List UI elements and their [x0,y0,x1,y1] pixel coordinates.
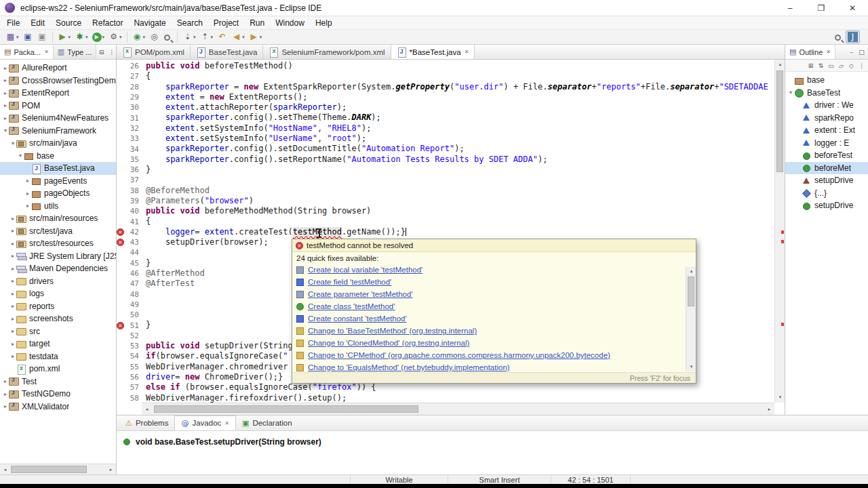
tree-item-src-main-java[interactable]: ▾src/main/java [0,137,116,150]
save-all-icon[interactable]: ▣ [36,30,49,43]
tree-item-test[interactable]: ▸Test [0,375,116,388]
code-line-39[interactable]: @Parameters("browser") [146,196,774,206]
dropdown-arrow-icon[interactable]: ▾ [68,35,71,40]
code-line-57[interactable]: else if (browser.equalsIgnoreCase("firef… [146,382,774,392]
tree-item-testdata[interactable]: ▸testdata [0,350,116,363]
tree-item-xmlvalidator[interactable]: ▸XMLValidator [0,401,116,413]
editor-hscrollbar[interactable]: ◂ ▸ [142,403,774,415]
quick-access-search-icon[interactable] [833,30,844,43]
code-line-26[interactable]: public void beforeTestMethod() [146,61,774,71]
minimize-panel-icon[interactable]: – [846,49,856,56]
minimize-window-button[interactable]: – [774,0,806,16]
expand-arrow-icon[interactable]: ▸ [2,77,9,83]
editor-tab-basetest-java[interactable]: BaseTest.java [191,45,264,59]
dropdown-arrow-icon[interactable]: ▾ [85,35,88,40]
error-overview-mark[interactable] [781,323,784,326]
dropdown-arrow-icon[interactable]: ▾ [260,35,262,40]
scrollbar-thumb[interactable] [11,466,87,473]
tab-type[interactable]: ▥Type ... [54,45,96,59]
tab-problems[interactable]: ⚠Problems [119,415,174,430]
new-wizard-icon[interactable]: ▦▾ [4,30,20,43]
tree-item-testngdemo[interactable]: ▸TestNGDemo [0,388,116,401]
tree-item-basetest[interactable]: ▾BaseTest [785,87,868,100]
editor-vscrollbar[interactable]: ▴ ▾ [774,60,785,403]
expand-arrow-icon[interactable]: ▸ [9,341,16,347]
menu-help[interactable]: Help [310,16,338,29]
expand-arrow-icon[interactable]: ▸ [9,266,16,272]
menu-run[interactable]: Run [244,16,270,29]
maximize-panel-icon[interactable]: □ [856,49,867,56]
scroll-down-button[interactable]: ▾ [686,362,696,371]
collapse-arrow-icon[interactable]: ▾ [787,89,794,96]
menu-file[interactable]: File [1,16,25,29]
expand-arrow-icon[interactable]: ▸ [9,216,16,222]
expand-arrow-icon[interactable]: ▸ [2,65,9,71]
tree-item-base[interactable]: base [785,74,868,87]
run-icon[interactable]: ▶▾ [91,30,106,43]
tree-item-selenium4newfeatures[interactable]: ▸Selenium4NewFeatures [0,112,116,125]
tree-item-jre-system-library-j2se[interactable]: ▸JRE System Library [J2SE [0,250,116,263]
scroll-down-button[interactable]: ▾ [775,392,785,402]
tree-item-crossbrowsertestingdemo[interactable]: ▸CrossBrowserTestingDemo [0,75,116,87]
expand-arrow-icon[interactable]: ▸ [2,115,9,121]
hide-fields-icon[interactable]: ▭ [826,62,836,69]
tree-item-pom[interactable]: ▸POM [0,100,116,113]
scroll-up-button[interactable]: ▴ [775,60,785,69]
collapse-all-icon[interactable]: ⊟ [96,49,106,56]
tree-item-src-test-resources[interactable]: ▸src/test/resources [0,237,116,250]
tree-item-src-main-resources[interactable]: ▸src/main/resources [0,212,116,225]
expand-arrow-icon[interactable]: ▸ [2,378,9,384]
expand-arrow-icon[interactable]: ▸ [2,391,9,397]
tree-item-screenshots[interactable]: ▸screenshots [0,312,116,325]
collapse-arrow-icon[interactable]: ▾ [9,140,16,146]
tree-item-extent-ext[interactable]: extent : Ext [785,124,868,137]
editor-tab-pom-pom-xml[interactable]: POM/pom.xml [117,45,191,59]
error-marker-icon[interactable]: ✕ [117,239,124,246]
expand-arrow-icon[interactable]: ▸ [9,303,16,309]
dropdown-arrow-icon[interactable]: ▾ [193,35,196,40]
expand-arrow-icon[interactable]: ▸ [9,278,16,284]
coverage-icon[interactable]: ▶▾ [56,30,73,43]
code-line-30[interactable]: extent.attachReporter(sparkReporter); [146,102,774,113]
scrollbar-thumb[interactable] [688,277,694,306]
tree-item-logs[interactable]: ▸logs [0,287,116,300]
menu-navigate[interactable]: Navigate [128,16,171,29]
tree-item-item[interactable]: {...} [785,187,868,200]
code-line-42[interactable]: logger= extent.createTest(testMethod.get… [146,227,774,237]
save-icon[interactable]: ▣ [22,30,35,43]
open-type-icon[interactable]: ◎ [148,30,161,43]
tab-javadoc[interactable]: @Javadoc✕ [174,415,236,430]
menu-search[interactable]: Search [172,16,208,29]
tree-item-beforetest[interactable]: beforeTest [785,149,868,162]
expand-arrow-icon[interactable]: ▸ [24,190,31,197]
package-explorer-hscrollbar[interactable]: ◂ ▸ [0,464,116,474]
code-line-58[interactable]: WebDriverManager.firefoxdriver().setup()… [146,393,774,403]
tree-item-setupdrive[interactable]: setupDrive [785,199,868,212]
quickfix-item-change-to-basetestmethod-org-testng-internal[interactable]: Change to 'BaseTestMethod' (org.testng.i… [296,325,696,337]
error-marker-icon[interactable]: ✕ [117,228,124,236]
scrollbar-thumb[interactable] [776,70,783,172]
tree-item-src[interactable]: ▸src [0,325,116,338]
dropdown-arrow-icon[interactable]: ▾ [102,35,105,40]
tree-item-pageevents[interactable]: ▸pageEvents [0,175,116,188]
code-line-31[interactable]: sparkReporter.config().setTheme(Theme.DA… [146,113,774,123]
tree-item-drivers[interactable]: ▸drivers [0,275,116,288]
menu-project[interactable]: Project [208,16,244,29]
tree-item-seleniumframework[interactable]: ▾SeleniumFramework [0,125,116,138]
menu-refactor[interactable]: Refactor [87,16,128,29]
tree-item-base[interactable]: ▾base [0,150,116,163]
code-line-34[interactable]: sparkReporter.config().setDocumentTitle(… [146,144,774,154]
tab-declaration[interactable]: ▣Declaration [236,415,298,430]
close-tab-icon[interactable]: ✕ [826,49,831,55]
error-marker-icon[interactable]: ✕ [117,322,124,329]
tree-item-extentreport[interactable]: ▸ExtentReport [0,87,116,100]
dropdown-arrow-icon[interactable]: ▾ [211,35,214,40]
expand-arrow-icon[interactable]: ▸ [9,241,16,247]
tree-item-logger-e[interactable]: logger : E [785,137,868,150]
error-overview-mark[interactable] [781,230,784,234]
hide-non-public-icon[interactable]: ◇ [846,62,856,69]
expand-arrow-icon[interactable]: ▸ [2,102,9,108]
expand-arrow-icon[interactable]: ▸ [24,178,31,184]
last-edit-location-icon[interactable]: ↶ [216,30,229,43]
scrollbar-thumb[interactable] [154,405,418,413]
